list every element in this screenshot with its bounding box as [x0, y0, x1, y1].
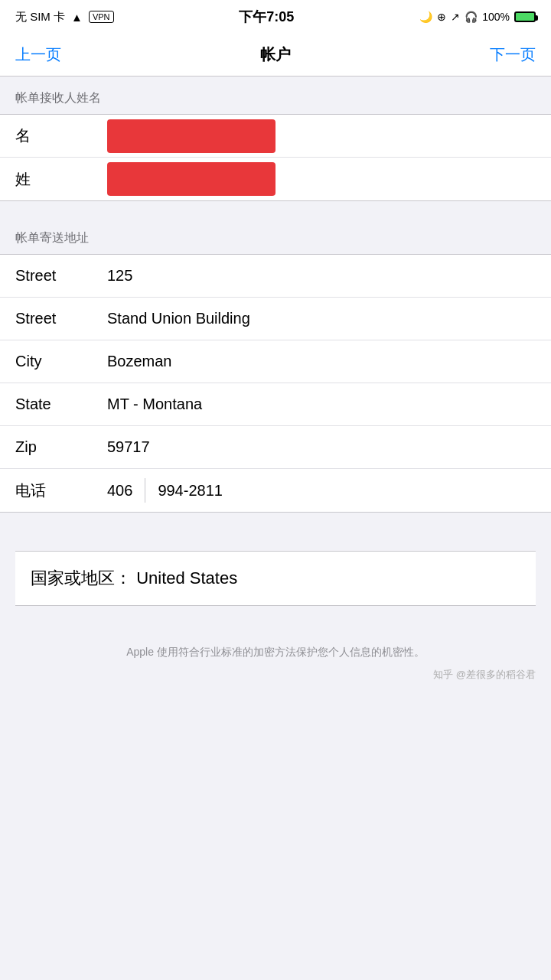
state-value: MT - Montana: [107, 396, 536, 413]
billing-name-header: 帐单接收人姓名: [0, 77, 551, 114]
street2-value: Stand Union Building: [107, 310, 536, 327]
location-icon: ⊕: [437, 11, 446, 23]
carrier-label: 无 SIM 卡: [15, 10, 65, 24]
phone-label: 电话: [15, 480, 92, 501]
country-row[interactable]: 国家或地区： United States: [15, 551, 536, 606]
phone-number: 994-2811: [158, 482, 223, 500]
status-time: 下午7:05: [239, 8, 294, 26]
last-name-row: 姓: [0, 158, 551, 200]
last-name-label: 姓: [15, 169, 92, 190]
state-label: State: [15, 396, 92, 413]
battery-label: 100%: [482, 11, 510, 23]
arrow-icon: ↗: [451, 11, 460, 23]
state-row: State MT - Montana: [0, 383, 551, 426]
country-section: 国家或地区： United States: [0, 528, 551, 621]
prev-page-button[interactable]: 上一页: [15, 44, 61, 65]
status-left: 无 SIM 卡 ▲ VPN: [15, 10, 114, 24]
first-name-label: 名: [15, 125, 92, 146]
first-name-input[interactable]: [107, 119, 276, 153]
street2-row: Street Stand Union Building: [0, 298, 551, 340]
page-title: 帐户: [260, 44, 291, 65]
city-value: Bozeman: [107, 353, 536, 370]
city-label: City: [15, 353, 92, 370]
footer-section: Apple 使用符合行业标准的加密方法保护您个人信息的机密性。 知乎 @差很多的…: [0, 621, 551, 697]
zip-value: 59717: [107, 438, 536, 456]
street2-label: Street: [15, 310, 92, 327]
street1-label: Street: [15, 267, 92, 285]
country-value: United States: [136, 568, 237, 588]
nav-bar: 上一页 帐户 下一页: [0, 34, 551, 77]
next-page-button[interactable]: 下一页: [490, 44, 536, 65]
city-row: City Bozeman: [0, 340, 551, 383]
status-right: 🌙 ⊕ ↗ 🎧 100%: [419, 11, 536, 23]
vpn-badge: VPN: [89, 11, 114, 23]
billing-name-card: 名 姓: [0, 114, 551, 201]
battery-icon: [514, 11, 536, 22]
headphone-icon: 🎧: [465, 11, 478, 23]
footer-watermark: 知乎 @差很多的稻谷君: [15, 668, 536, 682]
last-name-input[interactable]: [107, 162, 276, 196]
street1-value: 125: [107, 267, 536, 285]
phone-area-code: 406: [107, 482, 132, 500]
zip-label: Zip: [15, 438, 92, 456]
billing-address-card: Street 125 Street Stand Union Building C…: [0, 254, 551, 513]
street1-row: Street 125: [0, 255, 551, 298]
country-label: 国家或地区：: [31, 568, 132, 588]
moon-icon: 🌙: [419, 11, 432, 23]
first-name-row: 名: [0, 115, 551, 158]
zip-row: Zip 59717: [0, 426, 551, 469]
phone-row: 电话 406 994-2811: [0, 469, 551, 512]
wifi-icon: ▲: [71, 11, 83, 24]
phone-separator: [145, 478, 145, 503]
billing-address-header: 帐单寄送地址: [0, 217, 551, 254]
footer-text: Apple 使用符合行业标准的加密方法保护您个人信息的机密性。: [15, 644, 536, 660]
status-bar: 无 SIM 卡 ▲ VPN 下午7:05 🌙 ⊕ ↗ 🎧 100%: [0, 0, 551, 34]
